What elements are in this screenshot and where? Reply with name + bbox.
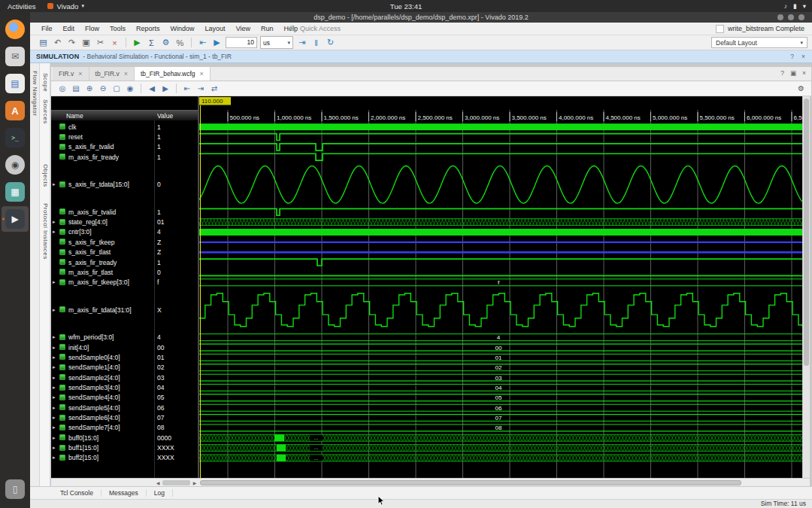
redo-icon[interactable]: ↷: [65, 37, 78, 49]
tab-close-icon[interactable]: ×: [78, 70, 82, 78]
tab-close-icon[interactable]: ×: [200, 70, 204, 78]
sim-step-icon[interactable]: ⇥: [295, 37, 308, 49]
expand-arrow-icon[interactable]: ▸: [53, 384, 56, 391]
signal-row[interactable]: ▸buff0[15:0]0000: [51, 433, 198, 443]
signal-row[interactable]: ▸wfm_period[3:0]4: [51, 333, 198, 342]
bottom-tab-tcl-console[interactable]: Tcl Console: [53, 489, 102, 497]
quick-access-search[interactable]: Quick Access: [289, 25, 341, 32]
maximize-button[interactable]: [788, 14, 794, 20]
bottom-tab-log[interactable]: Log: [147, 489, 173, 497]
vertical-scrollbar[interactable]: [802, 96, 810, 478]
help-icon[interactable]: ?: [790, 53, 794, 60]
scroll-left-icon[interactable]: ◀: [154, 479, 162, 486]
expand-arrow-icon[interactable]: ▸: [53, 434, 56, 441]
expand-arrow-icon[interactable]: ▸: [53, 181, 56, 187]
expand-arrow-icon[interactable]: ▸: [53, 404, 56, 411]
run-icon[interactable]: ▶: [131, 37, 144, 49]
save-wave-icon[interactable]: ▤: [70, 83, 82, 95]
search-icon[interactable]: ◎: [56, 83, 68, 95]
signal-row[interactable]: ▸sendSample2[4:0]03: [51, 373, 198, 382]
copy-icon[interactable]: ▣: [80, 37, 92, 49]
wave-state_reg[4:0][interactable]: [199, 219, 802, 226]
signal-row[interactable]: ▸state_reg[4:0]01: [51, 217, 198, 227]
expand-arrow-icon[interactable]: ▸: [53, 414, 56, 421]
window-titlebar[interactable]: dsp_demo - [/home/parallels/dsp_demo/dsp…: [30, 12, 812, 23]
dock-icon-calculator[interactable]: ▦: [2, 179, 29, 205]
wave-buff2[15:0][interactable]: ...: [199, 455, 802, 461]
dock-icon-screenshot[interactable]: ◉: [2, 152, 29, 178]
close-icon[interactable]: ×: [802, 69, 806, 77]
expand-arrow-icon[interactable]: ▸: [53, 333, 56, 340]
zoom-fit-icon[interactable]: ▢: [111, 83, 123, 95]
activities-button[interactable]: Activities: [8, 2, 35, 11]
signal-row[interactable]: m_axis_fir_tvalid1: [51, 207, 198, 217]
name-panel-scroll-thumb[interactable]: [162, 480, 190, 485]
battery-icon[interactable]: ▮: [793, 2, 797, 10]
signal-row[interactable]: ▸sendSample0[4:0]01: [51, 352, 198, 362]
signal-row[interactable]: ▸sendSample3[4:0]04: [51, 382, 198, 392]
expand-arrow-icon[interactable]: ▸: [53, 344, 56, 351]
signal-row[interactable]: ▸sendSample5[4:0]06: [51, 403, 198, 412]
signal-row[interactable]: ▸buff1[15:0]XXXX: [51, 443, 198, 452]
float-icon[interactable]: ▣: [790, 69, 796, 77]
wave-buff1[15:0][interactable]: ...: [199, 445, 802, 452]
signal-row[interactable]: ▸buff2[15:0]XXXX: [51, 453, 198, 463]
percent-icon[interactable]: %: [174, 37, 186, 49]
next-transition-icon[interactable]: ▶: [159, 83, 171, 95]
clock[interactable]: Tue 23:41: [390, 2, 422, 11]
undo-icon[interactable]: ↶: [51, 37, 64, 49]
signal-row[interactable]: ▸m_axis_fir_tkeep[3:0]f: [51, 278, 198, 287]
menu-file[interactable]: File: [36, 25, 58, 32]
dock-icon-terminal[interactable]: >_: [2, 125, 29, 151]
signal-row[interactable]: ▸cntr[3:0]4: [51, 227, 198, 237]
waveform-canvas[interactable]: 500.000 ns1,000.000 ns1,500.000 ns2,000.…: [199, 96, 802, 478]
menu-run[interactable]: Run: [256, 25, 279, 32]
close-icon[interactable]: ×: [801, 53, 805, 60]
volume-icon[interactable]: ♪: [784, 2, 787, 10]
menu-flow[interactable]: Flow: [80, 25, 105, 32]
last-time-icon[interactable]: ⇥: [195, 83, 207, 95]
zoom-cursor-icon[interactable]: ◉: [124, 83, 136, 95]
expand-arrow-icon[interactable]: ▸: [53, 394, 56, 400]
expand-arrow-icon[interactable]: ▸: [53, 278, 56, 285]
wave-cntr[3:0][interactable]: [199, 229, 802, 236]
expand-arrow-icon[interactable]: ▸: [53, 218, 56, 225]
menu-view[interactable]: View: [231, 25, 256, 32]
prev-transition-icon[interactable]: ◀: [146, 83, 158, 95]
sim-pause-icon[interactable]: ‖: [310, 37, 323, 49]
signal-row[interactable]: s_axis_fir_tkeepZ: [51, 237, 198, 247]
signal-row[interactable]: ▸sendSample7[4:0]08: [51, 423, 198, 433]
dock-icon-trash[interactable]: ▯: [2, 476, 29, 502]
help-icon[interactable]: ?: [780, 69, 784, 77]
system-caret-icon[interactable]: ▾: [803, 2, 806, 10]
tab-close-icon[interactable]: ×: [124, 70, 128, 78]
sum-icon[interactable]: Σ: [145, 37, 158, 49]
bottom-tab-messages[interactable]: Messages: [102, 489, 147, 497]
wave-buff0[15:0][interactable]: ...: [199, 434, 802, 441]
signal-row[interactable]: ▸sendSample1[4:0]02: [51, 363, 198, 373]
dock-icon-firefox[interactable]: [2, 17, 29, 42]
expand-arrow-icon[interactable]: ▸: [53, 354, 56, 360]
expand-arrow-icon[interactable]: ▸: [53, 454, 56, 461]
simulation-header-bar[interactable]: SIMULATION - Behavioral Simulation - Fun…: [30, 50, 812, 63]
sim-time-unit-select[interactable]: us▾: [260, 36, 293, 49]
expand-arrow-icon[interactable]: ▸: [53, 424, 56, 430]
horizontal-scrollbar[interactable]: ◀ ▶: [51, 478, 810, 486]
sim-runtime-input[interactable]: 10: [226, 37, 257, 48]
tab-scope[interactable]: Scope: [42, 73, 49, 92]
dock-icon-mail[interactable]: ✉: [2, 44, 29, 69]
menu-edit[interactable]: Edit: [58, 25, 80, 32]
signal-row[interactable]: reset1: [51, 132, 198, 141]
save-icon[interactable]: ▤: [37, 37, 50, 49]
tab-objects[interactable]: Objects: [42, 164, 49, 187]
signal-row[interactable]: ▸init[4:0]00: [51, 342, 198, 352]
swap-icon[interactable]: ⇄: [208, 83, 220, 95]
zoom-in-icon[interactable]: ⊕: [83, 83, 95, 95]
signal-row[interactable]: ▸sendSample6[4:0]07: [51, 412, 198, 422]
delete-icon[interactable]: ×: [108, 37, 121, 49]
flow-status[interactable]: write_bitstream Complete: [716, 25, 804, 33]
minimize-button[interactable]: [777, 14, 783, 20]
scroll-right-icon[interactable]: ▶: [191, 479, 198, 486]
window-controls[interactable]: [777, 14, 804, 20]
signal-row[interactable]: ▸m_axis_fir_tdata[31:0]X: [51, 287, 198, 333]
